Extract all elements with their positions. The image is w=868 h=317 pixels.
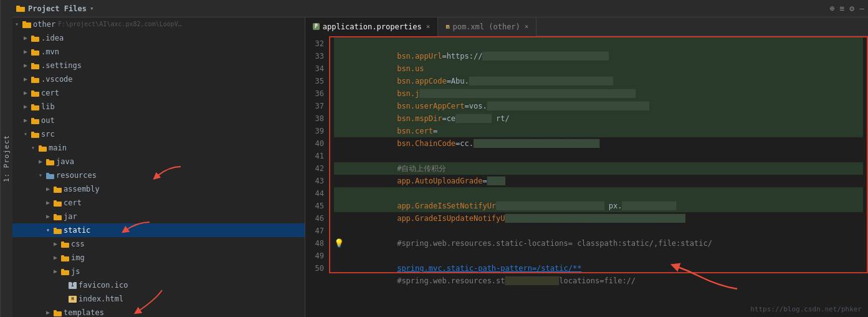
svg-rect-15 xyxy=(31,104,34,107)
tree-item-js[interactable]: ▶ js xyxy=(12,265,305,278)
tree-item-src[interactable]: ▾ src xyxy=(12,127,305,141)
settings-btn[interactable]: ⚙ xyxy=(849,4,854,13)
collapse-all-btn[interactable]: ≡ xyxy=(840,4,845,13)
code-line-44: app.GradeIsSetNotifyUr██████████████████… xyxy=(334,187,863,200)
tab-label-appprops: application.properties xyxy=(323,22,422,31)
code-view: 32 33 34 35 36 37 38 39 40 41 42 43 44 4… xyxy=(305,36,868,317)
svg-rect-5 xyxy=(31,36,34,38)
code-line-41: #自动上传积分 xyxy=(334,150,863,162)
tree-label-settings: .settings xyxy=(41,59,82,72)
tab-close-pomxml[interactable]: × xyxy=(525,22,529,31)
svg-rect-21 xyxy=(39,145,42,148)
line-numbers: 32 33 34 35 36 37 38 39 40 41 42 43 44 4… xyxy=(305,36,329,317)
code-lines: bsn.appUrl=https://█████████████████████… xyxy=(329,36,868,317)
tree-label-mvn: .mvn xyxy=(41,45,59,59)
svg-rect-13 xyxy=(31,90,34,93)
tab-application-properties[interactable]: P application.properties × xyxy=(305,17,438,36)
svg-rect-7 xyxy=(31,49,34,52)
tree-label-other: other xyxy=(33,17,55,31)
tree-label-out: out xyxy=(41,114,55,127)
svg-rect-37 xyxy=(61,255,64,258)
add-scope-btn[interactable]: ⊕ xyxy=(830,4,835,13)
tree-label-static: static xyxy=(64,223,90,237)
file-tree: ▾ other F:\project\AI\axc.px82.com\LoopV… xyxy=(12,17,305,317)
folder-icon xyxy=(16,5,25,12)
project-side-tab[interactable]: 1: Project xyxy=(0,0,12,317)
tree-label-css: css xyxy=(71,237,85,251)
tab-bar: P application.properties × m pom.xml (ot… xyxy=(305,17,868,36)
watermark: https://blog.csdn.net/phker xyxy=(750,305,862,313)
svg-rect-19 xyxy=(31,132,34,134)
tree-label-main: main xyxy=(49,141,67,155)
tree-label-jar: jar xyxy=(64,210,77,223)
tree-label-cert: cert xyxy=(41,86,59,100)
code-line-49[interactable]: spring.mvc.static-path-pattern=/static/*… xyxy=(334,250,863,262)
tree-label-idea: .idea xyxy=(41,31,64,45)
tree-label-vscode: .vscode xyxy=(41,72,73,86)
svg-rect-11 xyxy=(31,77,34,79)
tree-item-lib[interactable]: ▶ lib xyxy=(12,100,305,114)
tree-item-img[interactable]: ▶ img xyxy=(12,251,305,265)
close-btn[interactable]: — xyxy=(859,4,864,13)
svg-rect-3 xyxy=(22,21,26,24)
tree-label-img: img xyxy=(71,251,85,265)
svg-rect-9 xyxy=(31,63,34,66)
tree-label-templates: templates xyxy=(64,306,104,317)
tree-item-resources[interactable]: ▾ resources xyxy=(12,168,305,182)
tree-item-idea[interactable]: ▶ .idea xyxy=(12,31,305,45)
tree-item-mvn[interactable]: ▶ .mvn xyxy=(12,45,305,59)
tree-item-vscode[interactable]: ▶ .vscode xyxy=(12,72,305,86)
tree-label-assembly: assembly xyxy=(64,182,100,196)
code-line-32: bsn.appUrl=https://█████████████████████… xyxy=(334,37,863,50)
tree-item-templates[interactable]: ▶ templates xyxy=(12,306,305,317)
svg-rect-31 xyxy=(54,214,57,217)
lightbulb-icon: 💡 xyxy=(334,237,344,250)
tree-item-out[interactable]: ▶ out xyxy=(12,114,305,127)
code-line-47: #spring.web.resources.static-locations= … xyxy=(334,225,863,237)
svg-rect-25 xyxy=(46,173,49,175)
svg-rect-27 xyxy=(54,187,57,189)
tree-item-static[interactable]: ▾ static xyxy=(12,223,305,237)
tree-item-other[interactable]: ▾ other F:\project\AI\axc.px82.com\LoopV… xyxy=(12,17,305,31)
dropdown-icon[interactable]: ▾ xyxy=(90,4,94,12)
svg-rect-41 xyxy=(54,310,57,313)
svg-rect-39 xyxy=(61,269,64,271)
tree-label-lib: lib xyxy=(41,100,55,114)
tab-close-appprops[interactable]: × xyxy=(426,22,431,31)
tree-item-cert2[interactable]: ▶ cert xyxy=(12,196,305,210)
tree-label-src: src xyxy=(41,127,55,141)
editor-area: P application.properties × m pom.xml (ot… xyxy=(305,17,868,317)
topbar: Project Files ▾ ⊕ ≡ ⚙ — xyxy=(12,0,868,17)
svg-rect-23 xyxy=(46,159,49,162)
tree-label-resources: resources xyxy=(56,168,97,182)
tree-item-settings[interactable]: ▶ .settings xyxy=(12,59,305,72)
tree-label-cert2: cert xyxy=(64,196,82,210)
svg-rect-33 xyxy=(54,228,57,230)
tree-label-indexhtml: index.html xyxy=(79,292,123,306)
svg-rect-17 xyxy=(31,118,34,120)
svg-rect-1 xyxy=(16,6,20,8)
tree-item-jar[interactable]: ▶ jar xyxy=(12,210,305,223)
tree-item-cert1[interactable]: ▶ cert xyxy=(12,86,305,100)
tree-label-js: js xyxy=(71,265,80,278)
tree-container: ▾ other F:\project\AI\axc.px82.com\LoopV… xyxy=(12,17,305,317)
tree-item-main[interactable]: ▾ main xyxy=(12,141,305,155)
tab-label-pomxml: pom.xml (other) xyxy=(452,22,520,31)
tree-label-java: java xyxy=(56,155,74,168)
svg-rect-35 xyxy=(61,241,64,244)
tree-item-css[interactable]: ▶ css xyxy=(12,237,305,251)
topbar-title: Project Files xyxy=(28,4,87,13)
tab-pom-xml[interactable]: m pom.xml (other) × xyxy=(438,17,537,36)
svg-rect-29 xyxy=(54,200,57,203)
